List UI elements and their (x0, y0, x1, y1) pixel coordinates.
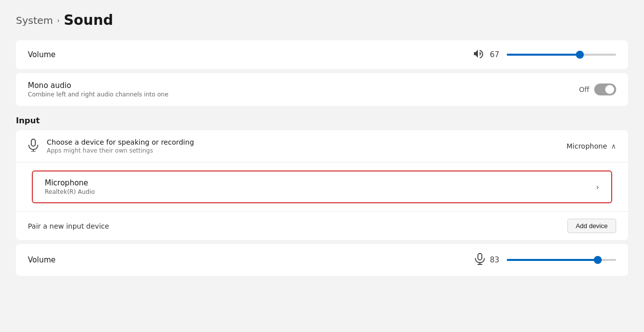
mic-device-chevron-icon: › (596, 182, 599, 192)
pair-new-device-row: Pair a new input device Add device (16, 211, 628, 240)
mono-audio-card: Mono audio Combine left and right audio … (16, 73, 628, 106)
input-volume-controls: 83 (475, 253, 616, 267)
input-volume-card: Volume 83 (16, 244, 628, 276)
chevron-up-icon: ∧ (611, 142, 616, 150)
input-volume-value: 83 (490, 255, 502, 264)
input-device-title: Choose a device for speaking or recordin… (47, 138, 558, 146)
mono-audio-toggle[interactable] (594, 83, 616, 95)
volume-label: Volume (28, 50, 58, 59)
breadcrumb: System › Sound (16, 12, 628, 28)
input-device-text: Choose a device for speaking or recordin… (47, 138, 558, 154)
volume-slider-thumb[interactable] (576, 51, 584, 59)
volume-controls: 67 (474, 49, 616, 60)
input-device-subtitle: Apps might have their own settings (47, 147, 558, 154)
toggle-off-label: Off (579, 85, 589, 93)
breadcrumb-system[interactable]: System (16, 14, 53, 26)
toggle-knob (605, 85, 614, 94)
volume-card: Volume 67 (16, 40, 628, 69)
volume-row: Volume 67 (16, 40, 628, 69)
svg-rect-3 (478, 253, 482, 260)
selected-device-label: Microphone (566, 142, 607, 150)
mono-audio-subtitle: Combine left and right audio channels in… (28, 91, 579, 98)
mono-audio-text: Mono audio Combine left and right audio … (28, 81, 579, 98)
mono-audio-toggle-container: Off (579, 83, 616, 95)
add-device-button[interactable]: Add device (567, 219, 616, 233)
input-section-heading: Input (16, 116, 628, 125)
input-device-right: Microphone ∧ (566, 142, 616, 150)
speaker-icon (474, 49, 485, 60)
input-volume-slider-fill (507, 259, 598, 261)
mic-device-subtitle: Realtek(R) Audio (45, 188, 596, 195)
settings-page: System › Sound Volume 67 (0, 0, 644, 332)
mic-device-name: Microphone (45, 178, 596, 187)
input-device-card: Choose a device for speaking or recordin… (16, 130, 628, 240)
mono-audio-row: Mono audio Combine left and right audio … (16, 73, 628, 106)
input-volume-slider[interactable] (507, 259, 616, 261)
volume-slider[interactable] (507, 54, 616, 56)
mic-volume-icon (475, 253, 485, 267)
input-volume-slider-thumb[interactable] (594, 256, 602, 264)
microphone-header-icon (28, 139, 39, 154)
breadcrumb-chevron-icon: › (57, 16, 60, 24)
page-title: Sound (64, 12, 113, 28)
volume-value: 67 (490, 50, 502, 59)
pair-new-label: Pair a new input device (28, 222, 567, 230)
volume-slider-fill (507, 54, 580, 56)
mic-device-info: Microphone Realtek(R) Audio (45, 178, 596, 195)
input-device-header[interactable]: Choose a device for speaking or recordin… (16, 130, 628, 163)
input-volume-row: Volume 83 (16, 244, 628, 276)
microphone-device-item[interactable]: Microphone Realtek(R) Audio › (32, 170, 612, 203)
svg-rect-0 (31, 139, 35, 146)
mono-audio-title: Mono audio (28, 81, 579, 90)
input-volume-label: Volume (28, 255, 58, 264)
